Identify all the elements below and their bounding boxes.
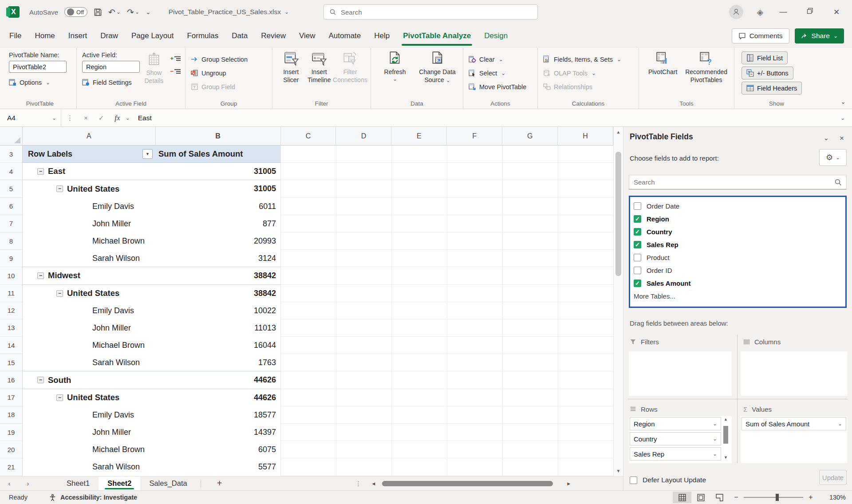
row-header[interactable]: 13	[0, 319, 23, 337]
sheet-tab-sales-data[interactable]: Sales_Data	[140, 476, 196, 490]
rows-field-sales-rep[interactable]: Sales Rep⌄	[630, 447, 721, 461]
tab-view[interactable]: View	[292, 24, 322, 48]
row-header[interactable]: 4	[0, 163, 23, 180]
scroll-left-icon[interactable]: ◄	[371, 481, 376, 486]
pivot-label-cell[interactable]: Michael Brown	[23, 441, 156, 458]
pivot-value-cell[interactable]: 20993	[156, 232, 281, 250]
pivot-value-cell[interactable]: 38842	[156, 267, 281, 284]
empty-cells[interactable]	[281, 198, 613, 215]
empty-cells[interactable]	[281, 441, 613, 458]
row-header[interactable]: 19	[0, 424, 23, 441]
pivot-value-cell[interactable]: 31005	[156, 180, 281, 197]
field-list-toggle[interactable]: Field List	[742, 51, 788, 64]
row-header[interactable]: 3	[0, 146, 23, 163]
pivot-value-cell[interactable]: 18577	[156, 406, 281, 424]
tab-formulas[interactable]: Formulas	[180, 24, 225, 48]
rows-scrollbar[interactable]: ▲ ▼	[722, 417, 729, 460]
collapse-button[interactable]: −	[56, 185, 63, 192]
plus-minus-buttons-toggle[interactable]: +/- Buttons	[742, 67, 793, 79]
empty-cells[interactable]	[281, 302, 613, 319]
insert-slicer-button[interactable]: Insert Slicer	[278, 51, 304, 97]
checkbox-checked[interactable]: ✓	[634, 280, 641, 287]
save-button[interactable]	[94, 8, 102, 16]
page-break-view-button[interactable]	[710, 492, 729, 503]
excel-app-icon[interactable]	[8, 6, 20, 18]
pivot-label-cell[interactable]: Michael Brown	[23, 337, 156, 354]
sheet-nav-left-icon[interactable]: ‹	[0, 480, 19, 487]
pivot-value-cell[interactable]: 6011	[156, 198, 281, 215]
defer-layout-update[interactable]: Defer Layout Update	[630, 476, 706, 484]
group-selection-button[interactable]: Group Selection	[191, 53, 268, 65]
clear-button[interactable]: Clear⌄	[469, 53, 533, 65]
chevron-down-icon[interactable]: ⌄	[838, 421, 842, 426]
checkbox-checked[interactable]: ✓	[634, 215, 641, 223]
row-header[interactable]: 11	[0, 285, 23, 302]
pivot-value-cell[interactable]: 44626	[156, 371, 281, 389]
collapse-button[interactable]: −	[56, 290, 63, 297]
pivot-label-cell[interactable]: Emily Davis	[23, 406, 156, 424]
pivot-value-cell[interactable]: 877	[156, 215, 281, 232]
row-header[interactable]: 20	[0, 441, 23, 458]
collapse-ribbon-icon[interactable]: ⌄	[840, 98, 846, 105]
row-header[interactable]: 10	[0, 267, 23, 284]
field-headers-toggle[interactable]: Field Headers	[742, 82, 802, 94]
enter-icon[interactable]: ✓	[93, 114, 110, 122]
empty-cells[interactable]	[281, 250, 613, 267]
pivot-value-cell[interactable]: 3124	[156, 250, 281, 267]
row-header[interactable]: 5	[0, 180, 23, 197]
empty-cells[interactable]	[281, 458, 613, 476]
horizontal-scrollbar-thumb[interactable]	[382, 481, 553, 486]
vertical-scrollbar-thumb[interactable]	[615, 152, 621, 276]
sheet-tab-sheet2[interactable]: Sheet2	[99, 476, 140, 490]
pivottable-name-input[interactable]	[9, 61, 67, 73]
row-header[interactable]: 9	[0, 250, 23, 267]
restore-button[interactable]	[803, 8, 816, 16]
field-item-sales-rep[interactable]: ✓Sales Rep	[634, 238, 845, 251]
chevron-down-icon[interactable]: ⌄	[126, 115, 130, 121]
row-header[interactable]: 16	[0, 371, 23, 389]
pivot-row-labels-header[interactable]: Row Labels ▼	[23, 146, 156, 163]
pivot-value-cell[interactable]: 1763	[156, 354, 281, 371]
rows-drop-zone[interactable]: Region⌄ Country⌄ Sales Rep⌄ ▲ ▼	[629, 416, 732, 463]
row-header[interactable]: 17	[0, 389, 23, 406]
pivot-value-cell[interactable]: 16044	[156, 337, 281, 354]
filter-dropdown-button[interactable]: ▼	[142, 149, 153, 159]
empty-cells[interactable]	[281, 285, 613, 302]
accessibility-status[interactable]: Accessibility: Investigate	[49, 494, 137, 501]
add-sheet-button[interactable]: +	[217, 478, 222, 488]
checkbox-unchecked[interactable]	[634, 254, 641, 261]
tab-help[interactable]: Help	[367, 24, 396, 48]
chevron-down-icon[interactable]: ⌄	[116, 9, 121, 15]
select-button[interactable]: Select⌄	[469, 67, 533, 79]
drill-down-button[interactable]: +	[170, 55, 181, 62]
select-all-corner[interactable]	[0, 127, 23, 146]
pivot-label-cell[interactable]: John Miller	[23, 424, 156, 441]
minimize-button[interactable]: —	[777, 8, 790, 16]
row-header[interactable]: 18	[0, 406, 23, 424]
undo-button[interactable]: ↶⌄	[108, 7, 121, 17]
normal-view-button[interactable]	[673, 492, 691, 503]
checkbox-unchecked[interactable]	[630, 476, 637, 484]
row-header[interactable]: 15	[0, 354, 23, 371]
expand-formula-bar-icon[interactable]: ⌄	[840, 115, 845, 121]
share-button[interactable]: Share ⌄	[795, 28, 844, 43]
field-item-order-date[interactable]: Order Date	[634, 200, 845, 213]
column-header-b[interactable]: B	[156, 127, 281, 146]
scroll-up-icon[interactable]: ▲	[614, 130, 623, 134]
fields-search-input[interactable]	[634, 178, 834, 186]
document-title[interactable]: Pivot_Table_Practice_US_Sales.xlsx ⌄	[169, 8, 289, 16]
pivot-label-cell[interactable]: Sarah Wilson	[23, 458, 156, 476]
pivot-values-header[interactable]: Sum of Sales Amount	[156, 146, 281, 163]
field-item-order-id[interactable]: Order ID	[634, 264, 845, 277]
empty-cells[interactable]	[281, 389, 613, 406]
pivot-value-cell[interactable]: 31005	[156, 163, 281, 180]
formula-content[interactable]: East	[138, 114, 152, 122]
field-item-sales-amount[interactable]: ✓Sales Amount	[634, 277, 845, 290]
checkbox-checked[interactable]: ✓	[634, 241, 641, 248]
tab-insert[interactable]: Insert	[62, 24, 94, 48]
page-layout-view-button[interactable]	[691, 492, 710, 503]
pivot-value-cell[interactable]: 5577	[156, 458, 281, 476]
filters-drop-zone[interactable]	[629, 351, 732, 396]
empty-cells[interactable]	[281, 232, 613, 250]
pivot-value-cell[interactable]: 38842	[156, 285, 281, 302]
